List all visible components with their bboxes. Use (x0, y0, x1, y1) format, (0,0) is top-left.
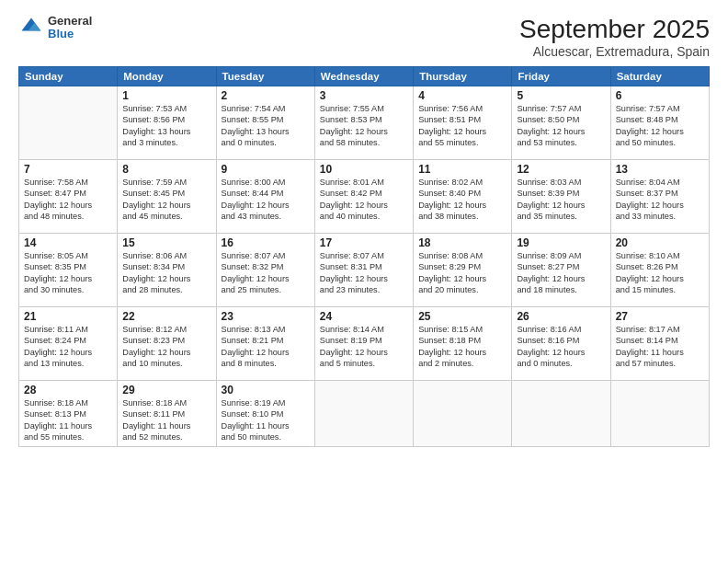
day-number: 18 (418, 236, 506, 249)
calendar-week-row: 14Sunrise: 8:05 AM Sunset: 8:35 PM Dayli… (19, 234, 710, 307)
calendar-cell: 20Sunrise: 8:10 AM Sunset: 8:26 PM Dayli… (610, 234, 709, 307)
calendar-col-tuesday: Tuesday (216, 67, 314, 86)
calendar-cell: 9Sunrise: 8:00 AM Sunset: 8:44 PM Daylig… (216, 160, 314, 234)
day-info: Sunrise: 8:18 AM Sunset: 8:13 PM Dayligh… (24, 397, 112, 443)
day-number: 4 (418, 89, 506, 102)
day-info: Sunrise: 8:00 AM Sunset: 8:44 PM Dayligh… (222, 177, 310, 223)
day-number: 21 (24, 310, 112, 323)
calendar-cell (19, 86, 118, 160)
day-info: Sunrise: 8:02 AM Sunset: 8:40 PM Dayligh… (418, 177, 506, 223)
calendar-cell: 4Sunrise: 7:56 AM Sunset: 8:51 PM Daylig… (414, 86, 512, 160)
calendar-cell: 6Sunrise: 7:57 AM Sunset: 8:48 PM Daylig… (610, 86, 709, 160)
calendar-col-sunday: Sunday (19, 67, 118, 86)
day-number: 30 (222, 384, 310, 396)
calendar-cell: 28Sunrise: 8:18 AM Sunset: 8:13 PM Dayli… (19, 381, 118, 447)
calendar-cell: 21Sunrise: 8:11 AM Sunset: 8:24 PM Dayli… (19, 307, 118, 381)
day-number: 24 (320, 310, 408, 323)
calendar-cell: 2Sunrise: 7:54 AM Sunset: 8:55 PM Daylig… (216, 86, 314, 160)
page: General Blue September 2025 Alcuescar, E… (0, 0, 728, 563)
day-info: Sunrise: 8:07 AM Sunset: 8:31 PM Dayligh… (320, 250, 408, 296)
day-number: 28 (24, 384, 112, 396)
day-number: 3 (320, 89, 408, 102)
calendar-cell: 22Sunrise: 8:12 AM Sunset: 8:23 PM Dayli… (118, 307, 216, 381)
calendar-col-monday: Monday (118, 67, 216, 86)
day-number: 11 (418, 163, 506, 176)
day-number: 13 (616, 163, 704, 176)
calendar-cell: 3Sunrise: 7:55 AM Sunset: 8:53 PM Daylig… (314, 86, 413, 160)
day-info: Sunrise: 8:11 AM Sunset: 8:24 PM Dayligh… (24, 324, 112, 370)
calendar-col-friday: Friday (512, 67, 610, 86)
day-number: 2 (222, 89, 310, 102)
day-number: 5 (517, 89, 605, 102)
calendar: SundayMondayTuesdayWednesdayThursdayFrid… (18, 66, 710, 447)
day-number: 19 (517, 236, 605, 249)
day-info: Sunrise: 7:57 AM Sunset: 8:50 PM Dayligh… (517, 103, 605, 149)
day-info: Sunrise: 8:17 AM Sunset: 8:14 PM Dayligh… (616, 324, 704, 370)
calendar-cell: 14Sunrise: 8:05 AM Sunset: 8:35 PM Dayli… (19, 234, 118, 307)
calendar-header-row: SundayMondayTuesdayWednesdayThursdayFrid… (19, 67, 710, 86)
day-info: Sunrise: 7:57 AM Sunset: 8:48 PM Dayligh… (616, 103, 704, 149)
day-info: Sunrise: 7:54 AM Sunset: 8:55 PM Dayligh… (222, 103, 310, 149)
day-number: 7 (24, 163, 112, 176)
calendar-cell: 19Sunrise: 8:09 AM Sunset: 8:27 PM Dayli… (512, 234, 610, 307)
calendar-cell: 26Sunrise: 8:16 AM Sunset: 8:16 PM Dayli… (512, 307, 610, 381)
day-number: 22 (122, 310, 210, 323)
logo-blue: Blue (48, 28, 92, 40)
calendar-cell (314, 381, 413, 447)
day-info: Sunrise: 8:03 AM Sunset: 8:39 PM Dayligh… (517, 177, 605, 223)
day-number: 26 (517, 310, 605, 323)
day-number: 20 (616, 236, 704, 249)
day-info: Sunrise: 8:15 AM Sunset: 8:18 PM Dayligh… (418, 324, 506, 370)
day-info: Sunrise: 7:56 AM Sunset: 8:51 PM Dayligh… (418, 103, 506, 149)
logo-icon (18, 15, 44, 40)
day-number: 29 (122, 384, 210, 396)
day-number: 1 (122, 89, 210, 102)
day-info: Sunrise: 7:55 AM Sunset: 8:53 PM Dayligh… (320, 103, 408, 149)
day-info: Sunrise: 8:16 AM Sunset: 8:16 PM Dayligh… (517, 324, 605, 370)
calendar-cell: 11Sunrise: 8:02 AM Sunset: 8:40 PM Dayli… (414, 160, 512, 234)
calendar-col-thursday: Thursday (414, 67, 512, 86)
day-number: 9 (222, 163, 310, 176)
calendar-cell (610, 381, 709, 447)
day-number: 8 (122, 163, 210, 176)
day-info: Sunrise: 8:13 AM Sunset: 8:21 PM Dayligh… (222, 324, 310, 370)
calendar-week-row: 28Sunrise: 8:18 AM Sunset: 8:13 PM Dayli… (19, 381, 710, 447)
day-info: Sunrise: 8:07 AM Sunset: 8:32 PM Dayligh… (222, 250, 310, 296)
day-info: Sunrise: 7:58 AM Sunset: 8:47 PM Dayligh… (24, 177, 112, 223)
calendar-cell: 10Sunrise: 8:01 AM Sunset: 8:42 PM Dayli… (314, 160, 413, 234)
day-info: Sunrise: 8:08 AM Sunset: 8:29 PM Dayligh… (418, 250, 506, 296)
day-number: 14 (24, 236, 112, 249)
calendar-week-row: 1Sunrise: 7:53 AM Sunset: 8:56 PM Daylig… (19, 86, 710, 160)
day-info: Sunrise: 8:01 AM Sunset: 8:42 PM Dayligh… (320, 177, 408, 223)
calendar-cell: 7Sunrise: 7:58 AM Sunset: 8:47 PM Daylig… (19, 160, 118, 234)
day-number: 16 (222, 236, 310, 249)
day-info: Sunrise: 8:12 AM Sunset: 8:23 PM Dayligh… (122, 324, 210, 370)
calendar-cell: 5Sunrise: 7:57 AM Sunset: 8:50 PM Daylig… (512, 86, 610, 160)
day-number: 15 (122, 236, 210, 249)
calendar-cell: 17Sunrise: 8:07 AM Sunset: 8:31 PM Dayli… (314, 234, 413, 307)
calendar-cell: 30Sunrise: 8:19 AM Sunset: 8:10 PM Dayli… (216, 381, 314, 447)
calendar-cell (512, 381, 610, 447)
calendar-cell: 8Sunrise: 7:59 AM Sunset: 8:45 PM Daylig… (118, 160, 216, 234)
calendar-cell: 15Sunrise: 8:06 AM Sunset: 8:34 PM Dayli… (118, 234, 216, 307)
logo: General Blue (18, 15, 92, 41)
calendar-week-row: 7Sunrise: 7:58 AM Sunset: 8:47 PM Daylig… (19, 160, 710, 234)
calendar-cell: 24Sunrise: 8:14 AM Sunset: 8:19 PM Dayli… (314, 307, 413, 381)
calendar-week-row: 21Sunrise: 8:11 AM Sunset: 8:24 PM Dayli… (19, 307, 710, 381)
day-info: Sunrise: 8:04 AM Sunset: 8:37 PM Dayligh… (616, 177, 704, 223)
day-info: Sunrise: 7:59 AM Sunset: 8:45 PM Dayligh… (122, 177, 210, 223)
day-number: 17 (320, 236, 408, 249)
calendar-cell: 23Sunrise: 8:13 AM Sunset: 8:21 PM Dayli… (216, 307, 314, 381)
calendar-cell: 16Sunrise: 8:07 AM Sunset: 8:32 PM Dayli… (216, 234, 314, 307)
logo-general: General (48, 15, 92, 28)
day-number: 12 (517, 163, 605, 176)
day-info: Sunrise: 8:19 AM Sunset: 8:10 PM Dayligh… (222, 397, 310, 443)
month-title: September 2025 (519, 15, 710, 44)
day-number: 27 (616, 310, 704, 323)
calendar-col-wednesday: Wednesday (314, 67, 413, 86)
logo-text: General Blue (48, 15, 92, 41)
calendar-cell (414, 381, 512, 447)
day-info: Sunrise: 8:06 AM Sunset: 8:34 PM Dayligh… (122, 250, 210, 296)
day-number: 23 (222, 310, 310, 323)
calendar-cell: 18Sunrise: 8:08 AM Sunset: 8:29 PM Dayli… (414, 234, 512, 307)
